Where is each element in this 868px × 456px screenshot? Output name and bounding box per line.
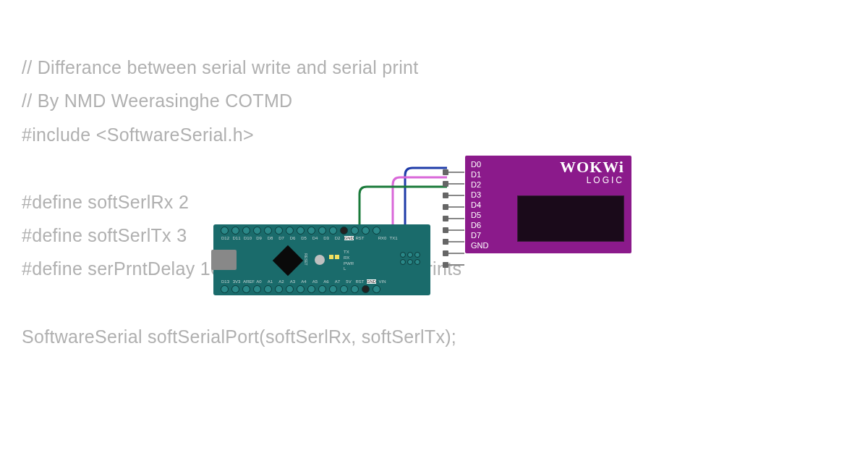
- logic-logo: WOKWi LOGIC: [560, 158, 624, 185]
- arduino-nano-board[interactable]: D12D11D10D9D8D7D6D5D4D3D2GNDRSTRX0TX1 D1…: [213, 224, 430, 295]
- nano-usb-port: [211, 250, 237, 270]
- logic-pin-headers: [447, 163, 464, 266]
- nano-led-1: [329, 255, 333, 259]
- wokwi-brand-text: WOKWi: [560, 158, 624, 177]
- logic-subtitle: LOGIC: [560, 175, 624, 185]
- nano-led-2: [335, 255, 339, 259]
- logic-screen: [517, 195, 624, 242]
- code-line-7: SoftwareSerial softSerialPort(softSerlRx…: [22, 320, 461, 353]
- code-block: // Differance between serial write and s…: [22, 51, 461, 353]
- wokwi-logic-analyzer[interactable]: WOKWi LOGIC D0D1D2D3D4D5D6D7GND: [465, 156, 631, 253]
- nano-top-pin-row: [221, 227, 380, 235]
- code-line-3: #include <SoftwareSerial.h>: [22, 118, 461, 151]
- nano-atmega-chip: [273, 245, 303, 276]
- nano-isp-header: [400, 252, 420, 265]
- code-line-4: #define softSerlRx 2: [22, 185, 461, 219]
- code-line-2: // By NMD Weerasinghe COTMD: [22, 84, 461, 117]
- nano-reset-button[interactable]: [315, 255, 325, 265]
- nano-top-labels: D12D11D10D9D8D7D6D5D4D3D2GNDRSTRX0TX1: [221, 236, 399, 240]
- nano-bottom-pin-row: [221, 285, 380, 293]
- code-line-1: // Differance between serial write and s…: [22, 51, 461, 84]
- nano-bottom-labels: D133V3AREFA0A1A2A3A4A5A6A75VRSTGNDVIN: [221, 279, 387, 284]
- logic-pin-labels: D0D1D2D3D4D5D6D7GND: [471, 160, 488, 251]
- reset-label: RESET: [304, 253, 308, 266]
- nano-indicator-labels: TXRXPWRL: [344, 250, 354, 272]
